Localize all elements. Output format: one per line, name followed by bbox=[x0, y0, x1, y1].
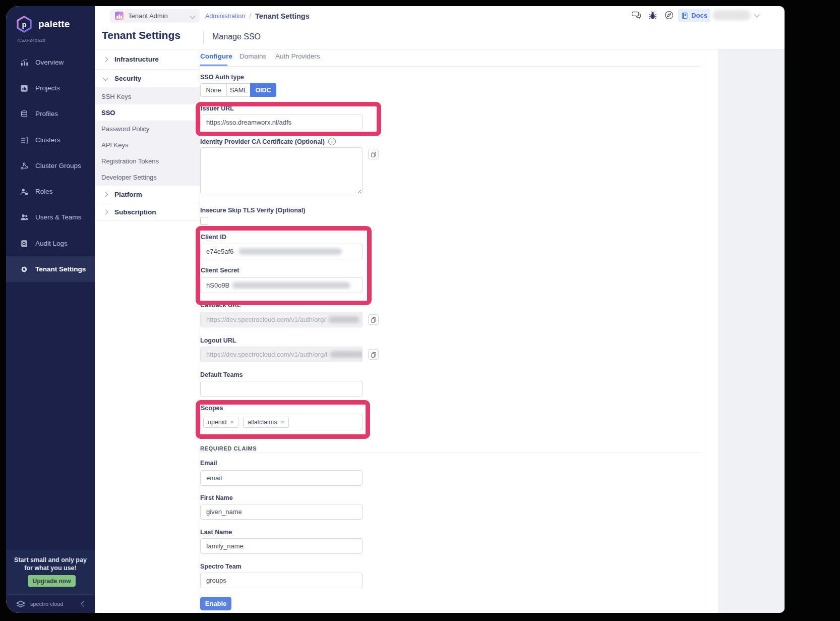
redacted-text bbox=[328, 316, 359, 323]
users-icon bbox=[20, 213, 29, 221]
sidebar-item-tenant-settings[interactable]: Tenant Settings bbox=[6, 256, 95, 282]
auth-option-oidc[interactable]: OIDC bbox=[250, 83, 276, 97]
tab-auth-providers[interactable]: Auth Providers bbox=[275, 52, 320, 60]
copy-logout-url-button[interactable] bbox=[368, 349, 379, 360]
chevron-right-icon bbox=[103, 192, 108, 197]
sidebar-item-profiles[interactable]: Profiles bbox=[6, 101, 95, 127]
copy-icon bbox=[371, 352, 377, 358]
sso-auth-type-label: SSO Auth type bbox=[200, 74, 244, 81]
last-name-claim-input[interactable] bbox=[200, 538, 363, 554]
chip-remove-icon[interactable]: × bbox=[230, 419, 234, 425]
compass-icon[interactable] bbox=[664, 10, 674, 20]
footer-brand-text: spectro cloud bbox=[30, 601, 78, 607]
subnav-item-api-keys[interactable]: API Keys bbox=[95, 137, 200, 153]
chip-remove-icon[interactable]: × bbox=[281, 419, 285, 425]
auth-option-saml[interactable]: SAML bbox=[226, 83, 251, 97]
subnav-item-sso[interactable]: SSO bbox=[95, 104, 200, 121]
scope-chip-allatclaims: allatclaims× bbox=[243, 417, 289, 428]
client-secret-input[interactable]: hS0o9B bbox=[200, 277, 363, 293]
breadcrumb-separator: / bbox=[249, 12, 251, 20]
spectro-team-claim-input[interactable] bbox=[200, 573, 363, 588]
roles-icon bbox=[20, 188, 29, 196]
svg-text:p: p bbox=[22, 20, 26, 29]
chevron-right-icon bbox=[103, 57, 108, 62]
active-tab-underline bbox=[200, 65, 227, 66]
upgrade-now-button[interactable]: Upgrade now bbox=[28, 575, 76, 587]
audit-logs-icon bbox=[20, 240, 29, 248]
sidebar-item-overview[interactable]: Overview bbox=[6, 49, 95, 75]
callback-url-label: Callback URL bbox=[200, 302, 241, 309]
scopes-label: Scopes bbox=[201, 405, 223, 412]
enable-button[interactable]: Enable bbox=[200, 597, 231, 610]
subnav-section-security[interactable]: Security bbox=[95, 70, 200, 87]
skip-tls-checkbox[interactable] bbox=[200, 217, 208, 225]
breadcrumb: Administration / Tenant Settings bbox=[205, 6, 310, 26]
tab-configure[interactable]: Configure bbox=[200, 52, 232, 60]
first-name-claim-input[interactable] bbox=[200, 504, 363, 520]
sidebar-footer: spectro cloud bbox=[6, 594, 95, 613]
chat-icon[interactable] bbox=[631, 10, 641, 20]
scope-chip-openid: openid× bbox=[203, 417, 238, 428]
default-teams-input[interactable] bbox=[200, 381, 363, 397]
redacted-text bbox=[330, 351, 363, 358]
copy-ca-certificate-button[interactable] bbox=[368, 149, 379, 159]
palette-logo-icon: p bbox=[15, 15, 33, 33]
user-menu-chevron-icon[interactable] bbox=[754, 12, 759, 17]
projects-icon bbox=[20, 84, 29, 92]
app-version: 4.5.0-240628 bbox=[17, 37, 45, 43]
issuer-url-input[interactable] bbox=[200, 115, 363, 130]
email-claim-input[interactable] bbox=[200, 470, 363, 486]
ca-certificate-label-row: Identity Provider CA Certificate (Option… bbox=[200, 138, 336, 145]
docs-button[interactable]: Docs bbox=[678, 9, 710, 22]
app-window: p palette 4.5.0-240628 Overview Projects… bbox=[6, 6, 785, 613]
tab-domains[interactable]: Domains bbox=[239, 52, 266, 60]
sidebar-item-projects[interactable]: Projects bbox=[6, 75, 95, 101]
screen: p palette 4.5.0-240628 Overview Projects… bbox=[0, 0, 840, 621]
client-id-input[interactable]: e74e5af6- bbox=[200, 244, 363, 259]
ca-certificate-textarea[interactable] bbox=[200, 147, 363, 194]
breadcrumb-administration[interactable]: Administration bbox=[205, 13, 245, 20]
promo-text-line1: Start small and only pay bbox=[6, 556, 95, 564]
promo-text-line2: for what you use! bbox=[6, 564, 95, 572]
client-id-label: Client ID bbox=[201, 234, 226, 241]
info-icon[interactable]: i bbox=[328, 138, 336, 145]
upgrade-promo: Start small and only pay for what you us… bbox=[6, 550, 95, 594]
workspace-selector[interactable]: Tenant Admin bbox=[110, 9, 200, 23]
last-name-claim-label: Last Name bbox=[200, 529, 232, 536]
sidebar-item-clusters[interactable]: Clusters bbox=[6, 127, 95, 153]
spectro-team-claim-label: Spectro Team bbox=[200, 563, 242, 570]
subnav-item-ssh-keys[interactable]: SSH Keys bbox=[95, 88, 200, 104]
subnav-section-infrastructure[interactable]: Infrastructure bbox=[95, 49, 200, 70]
tabs-divider bbox=[199, 66, 701, 67]
clusters-icon bbox=[20, 136, 29, 144]
auth-option-none[interactable]: None bbox=[200, 83, 227, 97]
sidebar-item-users-teams[interactable]: Users & Teams bbox=[6, 204, 95, 230]
sidebar-item-cluster-groups[interactable]: Cluster Groups bbox=[6, 153, 95, 179]
user-name-redacted[interactable] bbox=[712, 10, 751, 20]
subnav-section-platform[interactable]: Platform bbox=[95, 186, 200, 203]
subnav-item-registration-tokens[interactable]: Registration Tokens bbox=[95, 153, 200, 169]
subnav-section-subscription[interactable]: Subscription bbox=[95, 203, 200, 221]
bug-icon[interactable] bbox=[647, 10, 657, 20]
copy-icon bbox=[371, 317, 377, 323]
chart-trend-icon bbox=[20, 58, 29, 67]
scopes-input[interactable]: openid× allatclaims× bbox=[200, 414, 363, 430]
spectro-cloud-logo-icon bbox=[15, 599, 26, 608]
primary-sidebar: p palette 4.5.0-240628 Overview Projects… bbox=[6, 6, 95, 613]
subnav-item-password-policy[interactable]: Password Policy bbox=[95, 121, 200, 137]
skip-tls-label: Insecure Skip TLS Verify (Optional) bbox=[200, 207, 305, 214]
title-divider bbox=[203, 31, 204, 44]
chevron-down-icon bbox=[190, 13, 195, 19]
redacted-text bbox=[238, 248, 342, 255]
sidebar-item-audit-logs[interactable]: Audit Logs bbox=[6, 231, 95, 256]
logout-url-label: Logout URL bbox=[200, 337, 236, 344]
logout-url-input: https://dev.spectrocloud.com/v1/auth/org… bbox=[200, 347, 363, 362]
issuer-url-label: Issuer URL bbox=[201, 105, 234, 112]
subnav-item-developer-settings[interactable]: Developer Settings bbox=[95, 169, 200, 185]
sidebar-item-roles[interactable]: Roles bbox=[6, 179, 95, 204]
page-subtitle: Manage SSO bbox=[212, 32, 261, 41]
chevron-right-icon bbox=[103, 209, 108, 214]
copy-callback-url-button[interactable] bbox=[368, 314, 379, 325]
chevron-down-icon bbox=[103, 76, 108, 81]
collapse-sidebar-icon[interactable] bbox=[81, 601, 86, 606]
